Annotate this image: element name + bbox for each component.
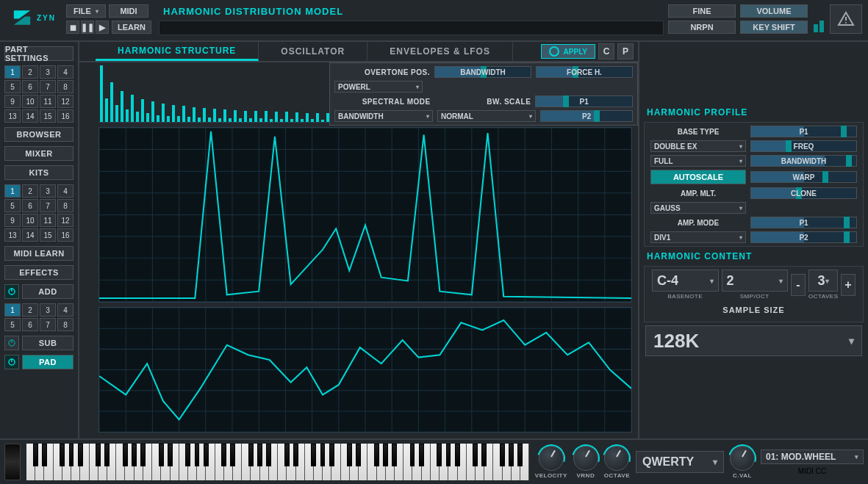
browser-button[interactable]: BROWSER bbox=[4, 127, 73, 142]
sub-power[interactable] bbox=[4, 336, 19, 350]
cell-1[interactable]: 1 bbox=[4, 303, 21, 317]
cell-8[interactable]: 8 bbox=[57, 199, 73, 212]
cell-1[interactable]: 1 bbox=[4, 184, 21, 198]
basenote-dropdown[interactable]: C-4 bbox=[652, 270, 719, 292]
cell-6[interactable]: 6 bbox=[22, 318, 38, 331]
octave-knob[interactable]: OCTAVE bbox=[604, 446, 630, 479]
part-settings-button[interactable]: PART SETTINGS bbox=[4, 46, 73, 61]
cell-16[interactable]: 16 bbox=[57, 228, 73, 242]
midi-button[interactable]: MIDI bbox=[109, 4, 148, 18]
doubleex-dropdown[interactable]: DOUBLE EX bbox=[650, 140, 746, 152]
content-graph[interactable] bbox=[98, 307, 632, 433]
warp-slider[interactable]: WARP bbox=[750, 171, 857, 183]
cell-6[interactable]: 6 bbox=[22, 80, 38, 93]
autoscale-button[interactable]: AUTOSCALE bbox=[650, 170, 746, 184]
qwerty-dropdown[interactable]: QWERTY bbox=[636, 451, 724, 473]
cell-16[interactable]: 16 bbox=[57, 109, 73, 123]
forceh-slider[interactable]: FORCE H. bbox=[536, 66, 633, 78]
p1-slider[interactable]: P1 bbox=[535, 95, 633, 107]
freq-slider[interactable]: FREQ bbox=[750, 140, 857, 152]
stop-button[interactable]: ◼ bbox=[66, 21, 79, 34]
cell-12[interactable]: 12 bbox=[57, 95, 73, 108]
cell-2[interactable]: 2 bbox=[22, 184, 38, 198]
pitch-wheel[interactable] bbox=[4, 444, 21, 480]
cell-11[interactable]: 11 bbox=[40, 214, 56, 227]
learn-button[interactable]: LEARN bbox=[112, 21, 151, 34]
cell-9[interactable]: 9 bbox=[4, 95, 21, 108]
bandwidth-slider-profile[interactable]: BANDWIDTH bbox=[750, 155, 857, 167]
cell-10[interactable]: 10 bbox=[22, 214, 38, 227]
cell-9[interactable]: 9 bbox=[4, 214, 21, 227]
gauss-dropdown[interactable]: GAUSS bbox=[650, 202, 746, 214]
alert-indicator[interactable] bbox=[830, 4, 862, 34]
cell-5[interactable]: 5 bbox=[4, 80, 21, 93]
cell-13[interactable]: 13 bbox=[4, 109, 21, 123]
cell-3[interactable]: 3 bbox=[40, 184, 56, 198]
cell-14[interactable]: 14 bbox=[22, 228, 38, 242]
fine-button[interactable]: FINE bbox=[668, 4, 736, 18]
pp1-slider[interactable]: P1 bbox=[750, 217, 857, 228]
play-button[interactable]: ▶ bbox=[96, 21, 109, 34]
cell-7[interactable]: 7 bbox=[40, 80, 56, 93]
add-button[interactable]: ADD bbox=[22, 284, 73, 299]
p2-slider[interactable]: P2 bbox=[540, 110, 633, 122]
pp2-slider[interactable]: P2 bbox=[750, 231, 857, 243]
cell-4[interactable]: 4 bbox=[57, 184, 73, 198]
cell-2[interactable]: 2 bbox=[22, 303, 38, 317]
cell-4[interactable]: 4 bbox=[57, 303, 73, 317]
cell-4[interactable]: 4 bbox=[57, 65, 73, 79]
volume-button[interactable]: VOLUME bbox=[740, 4, 808, 18]
cell-7[interactable]: 7 bbox=[40, 318, 56, 331]
file-menu[interactable]: FILE bbox=[66, 4, 106, 18]
midilearn-button[interactable]: MIDI LEARN bbox=[4, 246, 73, 261]
normal-dropdown[interactable]: NORMAL bbox=[437, 110, 536, 122]
add-power[interactable] bbox=[4, 284, 19, 299]
octave-plus[interactable]: + bbox=[841, 274, 856, 296]
cell-15[interactable]: 15 bbox=[40, 228, 56, 242]
cell-5[interactable]: 5 bbox=[4, 318, 21, 331]
clone-slider[interactable]: CLONE bbox=[750, 187, 857, 199]
apply-button[interactable]: APPLY bbox=[541, 44, 595, 59]
nrpn-button[interactable]: NRPN bbox=[668, 21, 736, 34]
cell-15[interactable]: 15 bbox=[40, 109, 56, 123]
octaves-value[interactable]: 3 bbox=[808, 270, 838, 292]
tab-envelopes[interactable]: ENVELOPES & LFOS bbox=[367, 42, 513, 61]
paste-button[interactable]: P bbox=[617, 43, 634, 59]
cell-10[interactable]: 10 bbox=[22, 95, 38, 108]
tab-harmonic-structure[interactable]: HARMONIC STRUCTURE bbox=[96, 42, 259, 61]
pause-button[interactable]: ❚❚ bbox=[81, 21, 94, 34]
copy-button[interactable]: C bbox=[598, 43, 614, 59]
cell-5[interactable]: 5 bbox=[4, 199, 21, 212]
sub-button[interactable]: SUB bbox=[22, 336, 73, 350]
cell-7[interactable]: 7 bbox=[40, 199, 56, 212]
tab-oscillator[interactable]: OSCILLATOR bbox=[259, 42, 367, 61]
cell-13[interactable]: 13 bbox=[4, 228, 21, 242]
keyboard[interactable] bbox=[26, 444, 529, 480]
cell-11[interactable]: 11 bbox=[40, 95, 56, 108]
div1-dropdown[interactable]: DIV1 bbox=[650, 231, 746, 243]
pad-button[interactable]: PAD bbox=[22, 355, 73, 369]
cell-3[interactable]: 3 bbox=[40, 303, 56, 317]
mixer-button[interactable]: MIXER bbox=[4, 146, 73, 161]
cell-2[interactable]: 2 bbox=[22, 65, 38, 79]
powerl-dropdown[interactable]: POWERL bbox=[334, 81, 423, 93]
cell-1[interactable]: 1 bbox=[4, 65, 21, 79]
octave-minus[interactable]: - bbox=[791, 274, 806, 296]
cell-6[interactable]: 6 bbox=[22, 199, 38, 212]
midicc-dropdown[interactable]: 01: MOD.WHEEL bbox=[761, 449, 864, 464]
smpoct-dropdown[interactable]: 2 bbox=[722, 270, 789, 292]
cval-knob[interactable]: C.VAL bbox=[730, 446, 755, 479]
cell-8[interactable]: 8 bbox=[57, 80, 73, 93]
vrnd-knob[interactable]: VRND bbox=[573, 446, 598, 479]
cell-12[interactable]: 12 bbox=[57, 214, 73, 227]
bandwidth-dropdown[interactable]: BANDWIDTH bbox=[334, 110, 433, 122]
pad-power[interactable] bbox=[4, 355, 19, 369]
cell-3[interactable]: 3 bbox=[40, 65, 56, 79]
samplesize-dropdown[interactable]: 128K bbox=[645, 325, 862, 356]
cell-14[interactable]: 14 bbox=[22, 109, 38, 123]
full-dropdown[interactable]: FULL bbox=[650, 155, 746, 167]
velocity-knob[interactable]: VELOCITY bbox=[535, 446, 567, 479]
profile-graph[interactable] bbox=[98, 127, 632, 303]
cell-8[interactable]: 8 bbox=[57, 318, 73, 331]
effects-button[interactable]: EFFECTS bbox=[4, 265, 73, 280]
